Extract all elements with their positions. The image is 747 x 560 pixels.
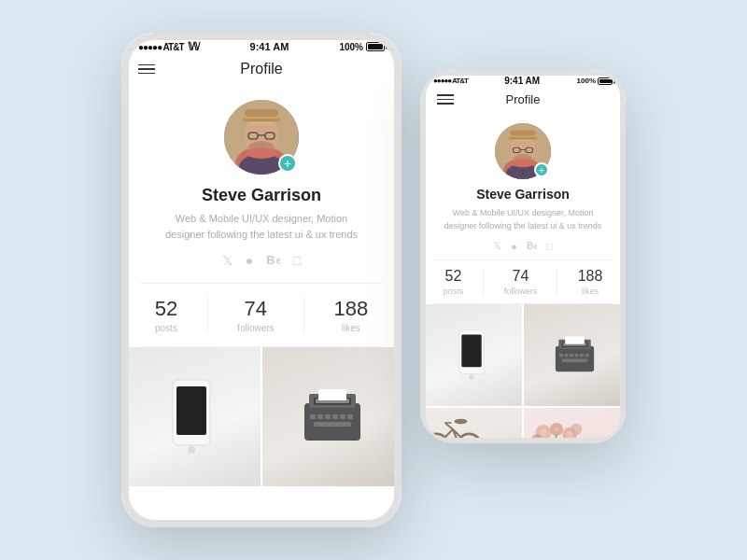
stat-divider-2-small	[557, 268, 557, 296]
svg-rect-50	[570, 353, 573, 356]
stat-followers-number: 74	[245, 297, 267, 321]
svg-rect-25	[347, 414, 353, 419]
avatar-wrap-small: +	[495, 123, 551, 179]
hamburger-line-1	[138, 64, 155, 66]
svg-rect-22	[325, 414, 331, 419]
behance-icon[interactable]: B𝔢	[266, 253, 279, 268]
svg-point-43	[469, 374, 473, 379]
hamburger-menu[interactable]	[138, 64, 155, 75]
svg-rect-26	[314, 422, 351, 427]
photo-phone-large[interactable]	[121, 347, 261, 486]
stat-followers-small: 74 followers	[504, 268, 538, 296]
svg-rect-55	[565, 336, 585, 343]
phone-small: ●●●●● AT&T 9:41 AM 100% Profile	[420, 70, 626, 443]
stat-followers-number-small: 74	[513, 268, 529, 285]
twitter-icon[interactable]: 𝕏	[222, 253, 233, 268]
typewriter-illustration	[295, 385, 370, 450]
svg-rect-48	[559, 353, 563, 356]
stat-posts-number: 52	[155, 297, 177, 321]
time-display-small: 9:41 AM	[504, 76, 540, 86]
twitter-icon-small[interactable]: 𝕏	[493, 240, 501, 252]
svg-rect-49	[565, 353, 569, 356]
svg-line-60	[437, 429, 454, 443]
typewriter-illustration-small	[549, 332, 600, 379]
stat-posts-small: 52 posts	[444, 268, 464, 296]
stat-followers: 74 followers	[237, 297, 274, 333]
svg-point-72	[541, 429, 547, 436]
stat-divider-1	[207, 297, 208, 333]
behance-icon-small[interactable]: B𝔢	[527, 241, 537, 252]
hamburger-line-2	[138, 68, 155, 70]
battery-percent: 100%	[339, 42, 363, 52]
instagram-icon-small[interactable]: □	[546, 241, 553, 252]
svg-point-40	[512, 159, 534, 167]
svg-line-63	[445, 423, 453, 429]
photo-flowers-small[interactable]	[524, 408, 626, 443]
svg-point-15	[188, 446, 195, 454]
stat-likes-small: 188 likes	[578, 268, 603, 296]
nav-bar-small: Profile	[420, 89, 626, 114]
carrier-text-small: ●●●●● AT&T	[433, 77, 468, 85]
stat-likes-number: 188	[333, 297, 368, 321]
instagram-icon[interactable]: □	[293, 253, 301, 268]
svg-rect-77	[569, 441, 571, 443]
profile-content-large: + Steve Garrison Web & Mobile UI/UX desi…	[121, 85, 402, 347]
status-bar-small: ●●●●● AT&T 9:41 AM 100%	[420, 70, 626, 89]
hamburger-line-1-small	[437, 94, 454, 96]
stat-likes-label-small: likes	[582, 287, 599, 296]
profile-bio-large: Web & Mobile UI/UX designer, Motion desi…	[159, 211, 364, 242]
svg-rect-14	[176, 386, 206, 435]
profile-content-small: + Steve Garrison Web & Mobile UI/UX desi…	[420, 114, 626, 304]
svg-rect-21	[317, 414, 323, 419]
wifi-icon: 𝕎	[188, 40, 200, 53]
stat-likes-label: likes	[342, 323, 360, 333]
photo-typewriter-small[interactable]	[524, 304, 626, 406]
stats-row-small: 52 posts 74 followers 188 likes	[433, 260, 613, 303]
battery-percent-small: 100%	[577, 77, 596, 85]
svg-rect-52	[580, 353, 584, 356]
scene: ●●●●● AT&T 𝕎 9:41 AM 100% Profile	[103, 14, 644, 546]
photo-typewriter-large[interactable]	[262, 347, 402, 486]
photo-phone-small[interactable]	[420, 304, 522, 406]
add-photo-button-small[interactable]: +	[534, 162, 549, 177]
photo-bike-small[interactable]	[420, 408, 522, 443]
phone-large: ●●●●● AT&T 𝕎 9:41 AM 100% Profile	[121, 33, 402, 527]
svg-rect-27	[318, 389, 346, 400]
hamburger-line-3-small	[437, 103, 454, 105]
battery-area: 100%	[339, 42, 385, 52]
svg-rect-20	[310, 414, 316, 419]
battery-icon	[366, 42, 385, 51]
stat-divider-2	[303, 297, 304, 333]
phone-photo-illustration	[163, 375, 219, 459]
svg-rect-53	[585, 353, 589, 356]
add-photo-button[interactable]: +	[278, 154, 297, 173]
nav-bar-large: Profile	[121, 57, 402, 85]
carrier-text: ●●●●● AT&T	[138, 42, 184, 52]
stat-posts-label: posts	[155, 323, 177, 333]
svg-rect-42	[461, 335, 481, 368]
dribbble-icon-small[interactable]: ●	[511, 241, 517, 252]
svg-rect-11	[243, 119, 280, 121]
dribbble-icon[interactable]: ●	[246, 253, 253, 268]
stat-posts: 52 posts	[155, 297, 177, 333]
svg-rect-54	[562, 358, 588, 361]
hamburger-line-2-small	[437, 99, 454, 101]
stat-followers-label: followers	[237, 323, 274, 333]
hamburger-line-3	[138, 73, 155, 75]
profile-name-small: Steve Garrison	[476, 187, 570, 202]
svg-rect-66	[424, 435, 431, 441]
stat-posts-label-small: posts	[444, 287, 464, 296]
social-icons-small: 𝕏 ● B𝔢 □	[493, 240, 553, 252]
svg-point-65	[454, 419, 467, 425]
svg-point-73	[554, 427, 559, 432]
phone-photo-illustration-small	[453, 325, 490, 385]
flowers-illustration	[524, 408, 589, 443]
stats-row-large: 52 posts 74 followers 188 likes	[140, 284, 383, 346]
stat-divider-1-small	[483, 268, 484, 296]
profile-name-large: Steve Garrison	[202, 186, 321, 205]
svg-rect-76	[556, 435, 557, 443]
photo-grid-large	[121, 347, 402, 486]
social-icons-large: 𝕏 ● B𝔢 □	[222, 253, 301, 268]
svg-point-74	[567, 431, 573, 438]
hamburger-menu-small[interactable]	[437, 94, 454, 105]
